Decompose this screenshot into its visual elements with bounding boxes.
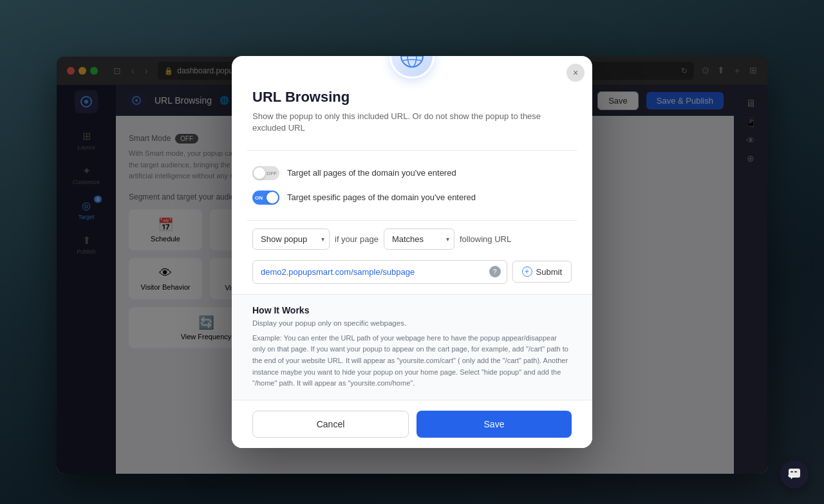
toggle-row-all-pages: OFF Target all pages of the domain you'v… <box>252 161 572 185</box>
dialog-header: URL Browsing Show the popup to only this… <box>232 89 592 149</box>
toggle-all-pages-knob <box>254 167 265 179</box>
how-title: How It Works <box>252 305 572 315</box>
modal-overlay: × URL Browsing Show the popup to only th… <box>0 0 824 504</box>
action-select[interactable]: Show popup <box>252 229 330 250</box>
how-desc: Display your popup only on specific webp… <box>252 318 572 329</box>
operator-select[interactable]: Matches <box>384 229 454 250</box>
submit-label: Submit <box>536 267 562 277</box>
url-input-row: ? + Submit <box>232 257 592 294</box>
plus-icon: + <box>522 266 532 277</box>
toggle-all-pages-text: Target all pages of the domain you've en… <box>287 168 456 178</box>
submit-button[interactable]: + Submit <box>512 261 572 283</box>
condition1-text: if your page <box>335 234 379 244</box>
toggle-specific-pages-text: Target spesific pages of the domain you'… <box>287 192 476 202</box>
url-rule-row: Show popup ▾ if your page Matches ▾ foll… <box>232 221 592 257</box>
dialog-footer: Cancel Save <box>232 400 592 448</box>
operator-select-wrap: Matches ▾ <box>384 229 454 250</box>
chat-button[interactable] <box>780 460 809 489</box>
action-select-wrap: Show popup ▾ <box>252 229 330 250</box>
toggle-specific-pages-label: ON <box>255 194 263 200</box>
toggle-specific-pages[interactable]: ON <box>252 191 279 205</box>
svg-rect-9 <box>794 471 797 472</box>
help-icon[interactable]: ? <box>489 266 501 277</box>
toggle-specific-pages-knob <box>267 192 278 203</box>
save-dialog-button[interactable]: Save <box>417 411 572 438</box>
url-browsing-dialog: × URL Browsing Show the popup to only th… <box>232 56 592 448</box>
toggle-section: OFF Target all pages of the domain you'v… <box>232 151 592 220</box>
svg-point-4 <box>401 56 423 67</box>
cancel-button[interactable]: Cancel <box>252 411 409 438</box>
url-input-wrap: ? <box>252 260 507 284</box>
url-input[interactable] <box>252 260 507 284</box>
dialog-close-button[interactable]: × <box>566 64 585 82</box>
dialog-title: URL Browsing <box>252 89 572 106</box>
toggle-all-pages[interactable]: OFF <box>252 166 279 180</box>
svg-point-5 <box>407 56 417 67</box>
how-example: Example: You can enter the URL path of y… <box>252 333 572 389</box>
svg-rect-8 <box>791 471 793 472</box>
toggle-all-pages-label: OFF <box>267 170 277 176</box>
dialog-subtitle: Show the popup to only this included URL… <box>252 111 572 134</box>
toggle-row-specific-pages: ON Target spesific pages of the domain y… <box>252 185 572 210</box>
how-it-works-section: How It Works Display your popup only on … <box>232 294 592 400</box>
condition2-text: following URL <box>460 234 511 244</box>
dialog-header-icon <box>389 56 435 79</box>
